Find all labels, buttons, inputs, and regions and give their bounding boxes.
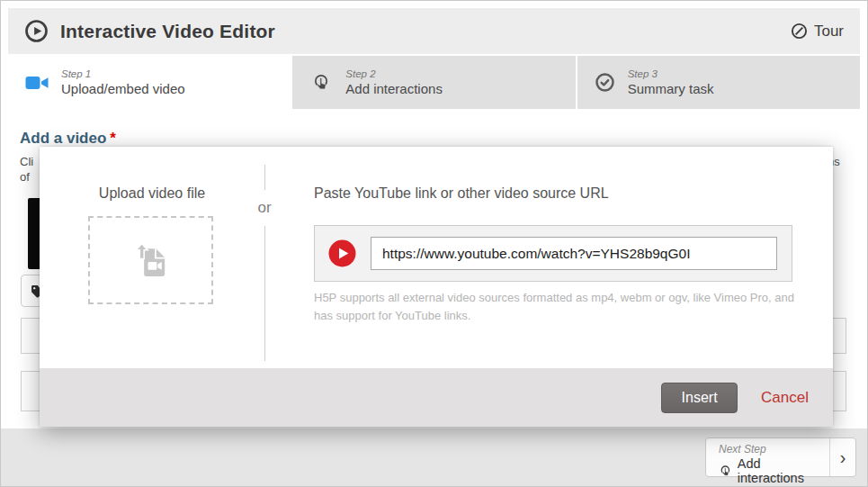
chevron-right-icon[interactable]: › (829, 438, 855, 476)
tour-button[interactable]: Tour (791, 23, 844, 41)
editor-header: Interactive Video Editor Tour (8, 8, 860, 54)
add-video-heading: Add a video* (20, 130, 116, 148)
tab-label: Add interactions (345, 81, 443, 96)
compass-icon (791, 23, 808, 40)
tab-step-number: Step 3 (628, 68, 714, 79)
add-video-dialog-footer: Insert Cancel (40, 368, 833, 427)
tour-label: Tour (814, 23, 844, 41)
field-description-fragment: of (20, 170, 30, 184)
next-step-row: Add interactions (719, 456, 829, 485)
next-step-label: Add interactions (738, 456, 829, 485)
insert-button[interactable]: Insert (661, 383, 738, 413)
tab-texts: Step 1 Upload/embed video (61, 68, 185, 96)
cancel-button[interactable]: Cancel (761, 389, 809, 407)
interactive-video-editor: Interactive Video Editor Tour Step 1 Upl… (0, 0, 868, 487)
step-tabs: Step 1 Upload/embed video Step 2 Add int… (8, 56, 860, 109)
tab-texts: Step 2 Add interactions (345, 68, 443, 96)
tab-label: Upload/embed video (61, 81, 185, 96)
page-title: Interactive Video Editor (60, 21, 275, 42)
tab-step-number: Step 1 (61, 68, 185, 79)
next-step-eyebrow: Next Step (719, 443, 829, 455)
url-field-wrapper (314, 225, 792, 282)
check-circle-icon (595, 72, 615, 93)
tab-upload-embed-video[interactable]: Step 1 Upload/embed video (8, 56, 291, 109)
editor-footer: Next Step Add interactions › (1, 428, 867, 486)
required-asterisk: * (110, 130, 116, 147)
add-video-heading-text: Add a video (20, 130, 106, 147)
tab-step-number: Step 2 (345, 68, 443, 79)
add-video-dialog: or Upload video file Paste YouTube link … (40, 147, 833, 427)
next-step-button[interactable]: Next Step Add interactions › (705, 437, 856, 477)
field-description-fragment: Cli (20, 155, 33, 168)
tab-summary-task[interactable]: Step 3 Summary task (577, 56, 860, 109)
tap-icon (309, 73, 333, 93)
video-camera-icon (25, 73, 49, 93)
upload-video-file-icon (130, 239, 172, 282)
paste-section-title: Paste YouTube link or other video source… (314, 185, 609, 202)
url-helper-text: H5P supports all external video sources … (314, 289, 807, 324)
tap-icon (719, 464, 732, 478)
upload-section-title: Upload video file (40, 185, 264, 202)
tab-texts: Step 3 Summary task (628, 68, 714, 96)
add-video-dialog-body: or Upload video file Paste YouTube link … (40, 147, 833, 368)
video-url-input[interactable] (371, 237, 777, 270)
play-circle-icon (24, 19, 49, 43)
tab-add-interactions[interactable]: Step 2 Add interactions (292, 56, 575, 109)
next-step-main: Next Step Add interactions (706, 438, 829, 476)
youtube-play-icon (328, 239, 356, 267)
upload-dropzone[interactable] (88, 216, 213, 304)
tab-label: Summary task (628, 81, 714, 96)
